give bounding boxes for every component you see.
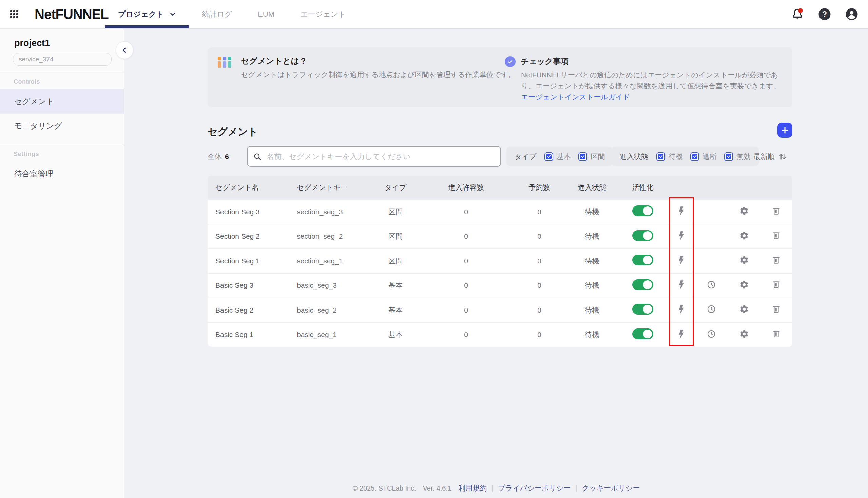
footer-link[interactable]: 利用規約 xyxy=(458,483,487,493)
table-row: Basic Seg 3 basic_seg_3 基本 0 0 待機 xyxy=(208,273,792,298)
schedule-button[interactable] xyxy=(707,304,716,314)
search-icon xyxy=(253,152,262,161)
delete-button[interactable] xyxy=(772,329,781,338)
cell-entry-status: 待機 xyxy=(567,330,617,339)
filter-checkbox-option[interactable]: 基本 xyxy=(544,152,571,161)
bolt-button[interactable] xyxy=(678,304,685,314)
settings-button[interactable] xyxy=(739,304,749,314)
gear-icon xyxy=(739,206,749,215)
bolt-button[interactable] xyxy=(678,329,685,339)
bell-icon xyxy=(791,8,804,21)
nav-tab-3[interactable]: エージェント xyxy=(287,0,359,28)
checkbox-checked-icon xyxy=(544,152,553,161)
agent-install-guide-link[interactable]: エージェントインストールガイド xyxy=(521,92,630,102)
cell-type: 基本 xyxy=(371,281,420,290)
cell-segment-name: Section Seg 2 xyxy=(208,232,289,240)
notification-badge xyxy=(798,9,803,13)
filter-option-label: 区間 xyxy=(591,152,605,161)
add-segment-button[interactable] xyxy=(777,123,792,137)
search-input[interactable] xyxy=(266,152,495,161)
search-box xyxy=(247,146,501,167)
gear-icon xyxy=(739,255,749,265)
bolt-button[interactable] xyxy=(678,255,685,265)
bolt-button[interactable] xyxy=(678,231,685,240)
activation-toggle[interactable] xyxy=(632,328,653,339)
project-name: project1 xyxy=(0,29,124,49)
version-text: Ver. 4.6.1 xyxy=(423,484,452,492)
delete-button[interactable] xyxy=(772,280,781,289)
delete-button[interactable] xyxy=(772,231,781,240)
nav-tab-label: エージェント xyxy=(300,9,346,19)
filter-option-label: 基本 xyxy=(557,152,571,161)
gear-icon xyxy=(739,231,749,240)
delete-button[interactable] xyxy=(772,207,781,215)
filter-checkbox-option[interactable]: 区間 xyxy=(578,152,605,161)
divider xyxy=(0,145,124,145)
checkbox-checked-icon xyxy=(690,152,699,161)
activation-toggle[interactable] xyxy=(632,206,653,216)
sidebar: project1 service_374 Controls セグメント モニタリ… xyxy=(0,29,124,498)
netfunnel-logo[interactable]: NetFUNNEL xyxy=(35,7,105,22)
cell-type: 区間 xyxy=(371,256,420,266)
settings-button[interactable] xyxy=(739,329,749,339)
page: NetFUNNEL プロジェクト 統計ログ EUM エージェント xyxy=(0,0,868,498)
filter-checkbox-option[interactable]: 待機 xyxy=(656,152,683,161)
bolt-button[interactable] xyxy=(678,280,685,289)
footer-link[interactable]: プライバシーポリシー xyxy=(498,483,571,493)
settings-button[interactable] xyxy=(739,231,749,240)
cell-entry-allowance: 0 xyxy=(420,232,511,240)
table-row: Section Seg 1 section_seg_1 区間 0 0 待機 xyxy=(208,249,792,273)
sidebar-item[interactable]: モニタリング xyxy=(0,114,124,138)
sidebar-section-label: Settings xyxy=(14,150,124,158)
apps-grid-icon[interactable] xyxy=(10,10,18,18)
trash-icon xyxy=(772,280,781,289)
footer-link[interactable]: クッキーポリシー xyxy=(582,483,640,493)
activation-toggle[interactable] xyxy=(632,254,653,265)
column-header: 進入許容数 xyxy=(420,183,511,192)
sort-control[interactable]: 最新順 xyxy=(753,147,787,166)
sidebar-section: Controls セグメント モニタリング xyxy=(0,73,124,138)
settings-button[interactable] xyxy=(739,206,749,215)
sidebar-item[interactable]: セグメント xyxy=(0,89,124,114)
filter-checkbox-option[interactable]: 無効 xyxy=(724,152,751,161)
settings-button[interactable] xyxy=(739,280,749,289)
sidebar-item-label: 待合室管理 xyxy=(14,169,53,179)
sidebar-collapse-button[interactable] xyxy=(116,41,133,59)
gear-icon xyxy=(739,329,749,339)
nav-tab-1[interactable]: 統計ログ xyxy=(189,0,245,28)
schedule-button[interactable] xyxy=(707,280,716,289)
gear-icon xyxy=(739,280,749,289)
total-count: 全体 6 xyxy=(208,146,229,167)
activation-toggle[interactable] xyxy=(632,304,653,315)
bolt-icon xyxy=(678,304,685,314)
segments-table: セグメント名セグメントキータイプ進入許容数予約数進入状態活性化 Section … xyxy=(208,175,792,347)
activation-toggle[interactable] xyxy=(632,230,653,241)
column-header: セグメント名 xyxy=(208,183,289,192)
user-avatar-icon xyxy=(845,8,858,21)
copyright-text: © 2025. STCLab Inc. xyxy=(353,484,416,492)
nav-tab-2[interactable]: EUM xyxy=(245,0,287,28)
cell-entry-status: 待機 xyxy=(567,305,617,315)
sidebar-item[interactable]: 待合室管理 xyxy=(0,161,124,186)
nav-tab-0[interactable]: プロジェクト xyxy=(105,0,189,28)
schedule-button[interactable] xyxy=(707,329,716,339)
activation-toggle[interactable] xyxy=(632,279,653,290)
help-button[interactable]: ? xyxy=(818,8,831,21)
delete-button[interactable] xyxy=(772,255,781,265)
bolt-button[interactable] xyxy=(678,206,685,215)
account-button[interactable] xyxy=(845,8,858,21)
column-header: セグメントキー xyxy=(289,183,371,192)
settings-button[interactable] xyxy=(739,255,749,265)
segments-icon xyxy=(218,57,231,68)
checkbox-checked-icon xyxy=(578,152,587,161)
cell-type: 区間 xyxy=(371,232,420,241)
cell-reserved-count: 0 xyxy=(511,281,567,289)
notifications-button[interactable] xyxy=(791,8,804,21)
cell-reserved-count: 0 xyxy=(511,306,567,314)
cell-segment-key: basic_seg_2 xyxy=(289,306,371,314)
delete-button[interactable] xyxy=(772,305,781,314)
cell-segment-name: Section Seg 3 xyxy=(208,208,289,216)
service-selector[interactable]: service_374 xyxy=(13,53,112,66)
filter-checkbox-option[interactable]: 遮断 xyxy=(690,152,717,161)
filter-option-label: 待機 xyxy=(669,152,683,161)
